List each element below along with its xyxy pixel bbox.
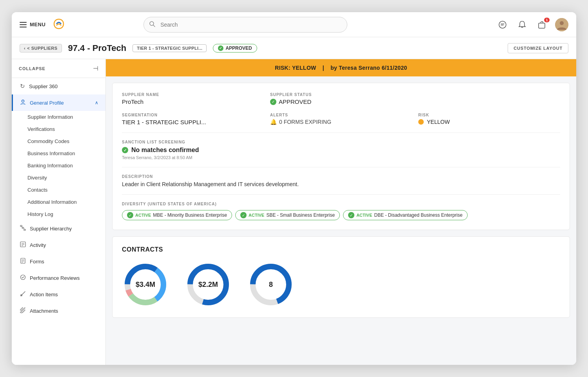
risk-banner: RISK: YELLOW | by Teresa Serrano 6/11/20… — [106, 59, 576, 76]
customize-layout-button[interactable]: CUSTOMIZE LAYOUT — [508, 43, 568, 53]
contracts-chart-3: 8 — [247, 261, 294, 308]
sidebar-item-supplier360[interactable]: ↻ Supplier 360 — [12, 78, 105, 94]
general-profile-sub-items: Supplier Information Verifications Commo… — [12, 111, 105, 220]
segmentation-tag: TIER 1 - STRATEGIC SUPPLI... — [132, 44, 207, 52]
sbe-active-label: ACTIVE — [249, 213, 264, 218]
sidebar-sub-item-business-information[interactable]: Business Information — [12, 147, 105, 160]
forms-icon — [20, 258, 26, 265]
divider-2 — [122, 167, 560, 167]
description-section: DESCRIPTION Leader in Client Relationshi… — [122, 174, 560, 187]
badge-count: 1 — [544, 18, 550, 22]
yellow-dot-icon — [418, 119, 424, 125]
hamburger-icon — [20, 22, 27, 27]
contracts-chart-2: $2.2M — [185, 261, 232, 308]
menu-label: MENU — [30, 22, 45, 27]
contracts-chart-1: $3.4M — [122, 261, 169, 308]
sidebar-item-label: Supplier Hierarchy — [30, 226, 72, 232]
bag-icon-button[interactable]: 1 — [535, 18, 548, 31]
collapse-icon: ⊣ — [93, 65, 98, 72]
sidebar-item-supplier-hierarchy[interactable]: Supplier Hierarchy — [12, 220, 105, 237]
diversity-tag-mbe: ACTIVE MBE - Minority Business Enterpris… — [122, 210, 232, 220]
supplier-name-label: SUPPLIER NAME — [122, 92, 264, 97]
sidebar-item-activity[interactable]: Activity — [12, 237, 105, 253]
sidebar-sub-item-contacts[interactable]: Contacts — [12, 184, 105, 196]
sidebar: COLLAPSE ⊣ ↻ Supplier 360 — [12, 59, 106, 365]
approved-text: APPROVED — [279, 98, 311, 105]
back-arrow-icon: ‹ — [24, 46, 25, 51]
sidebar-sub-item-additional-information[interactable]: Additional Information — [12, 196, 105, 208]
sidebar-item-label: Activity — [30, 242, 46, 248]
status-pill: APPROVED — [213, 44, 257, 53]
sidebar-item-forms[interactable]: Forms — [12, 253, 105, 270]
back-button[interactable]: ‹ < SUPPLIERS — [20, 44, 62, 53]
page-title: 97.4 - ProTech — [68, 43, 127, 53]
svg-rect-4 — [539, 23, 545, 28]
contracts-card: CONTRACTS — [112, 236, 570, 318]
sanction-section: SANCTION LIST SCREENING No matches confi… — [122, 140, 560, 160]
sidebar-item-action-items[interactable]: Action Items — [12, 286, 105, 303]
sanction-check-icon — [122, 147, 128, 153]
alerts-label: ALERTS — [270, 113, 412, 117]
nav-actions: 1 — [496, 18, 568, 31]
activity-icon — [20, 241, 26, 248]
sanction-label: SANCTION LIST SCREENING — [122, 140, 560, 144]
chevron-up-icon: ∧ — [95, 100, 98, 105]
user-avatar[interactable] — [555, 18, 568, 31]
risk-text-value: YELLOW — [427, 119, 450, 125]
dbe-check-icon — [348, 212, 354, 218]
risk-separator: | — [323, 65, 324, 71]
menu-button[interactable]: MENU — [20, 22, 45, 27]
search-input[interactable] — [143, 17, 347, 33]
collapse-button[interactable]: COLLAPSE ⊣ — [12, 59, 105, 78]
sidebar-item-general-profile[interactable]: General Profile ∧ — [12, 94, 105, 111]
sidebar-item-attachments[interactable]: Attachments — [12, 303, 105, 319]
sidebar-sub-item-diversity[interactable]: Diversity — [12, 172, 105, 184]
sidebar-item-performance-reviews[interactable]: Performance Reviews — [12, 270, 105, 286]
diversity-section: DIVERSITY (UNITED STATES OF AMERICA) ACT… — [122, 202, 560, 220]
segmentation-cell: SEGMENTATION TIER 1 - STRATEGIC SUPPLI..… — [122, 113, 264, 125]
performance-icon — [20, 274, 26, 281]
risk-text: RISK: YELLOW — [275, 65, 316, 71]
svg-rect-9 — [22, 227, 24, 228]
alerts-cell: ALERTS 🔔 0 FORMS EXPIRING — [270, 113, 412, 125]
diversity-tag-dbe: ACTIVE DBE - Disadvantaged Business Ente… — [343, 210, 468, 220]
chart-3-value: 8 — [269, 281, 273, 289]
status-label: APPROVED — [225, 45, 252, 51]
alerts-value: 🔔 0 FORMS EXPIRING — [270, 119, 412, 125]
sidebar-sub-item-verifications[interactable]: Verifications — [12, 123, 105, 135]
sidebar-item-label: Supplier 360 — [29, 83, 58, 89]
attachments-icon — [20, 307, 26, 314]
sidebar-sub-item-history-log[interactable]: History Log — [12, 208, 105, 220]
sidebar-sub-item-supplier-information[interactable]: Supplier Information — [12, 111, 105, 123]
supplier-name-value: ProTech — [122, 98, 264, 105]
sidebar-sub-item-banking-information[interactable]: Banking Information — [12, 160, 105, 172]
contracts-title: CONTRACTS — [122, 246, 560, 253]
sanction-value: No matches confirmed — [122, 147, 560, 154]
sidebar-sub-item-commodity-codes[interactable]: Commodity Codes — [12, 135, 105, 147]
risk-by: by Teresa Serrano 6/11/2020 — [330, 65, 407, 71]
sub-header: ‹ < SUPPLIERS 97.4 - ProTech TIER 1 - ST… — [12, 37, 576, 59]
chart-2-value: $2.2M — [198, 281, 218, 289]
risk-cell: RISK YELLOW — [418, 113, 560, 125]
segmentation-value: TIER 1 - STRATEGIC SUPPLI... — [122, 119, 264, 125]
diversity-tags: ACTIVE MBE - Minority Business Enterpris… — [122, 210, 560, 220]
hierarchy-icon — [20, 225, 26, 232]
chat-icon-button[interactable] — [496, 18, 509, 31]
content-area: RISK: YELLOW | by Teresa Serrano 6/11/20… — [106, 59, 576, 365]
supplier-status-cell: SUPPLIER STATUS APPROVED — [270, 92, 412, 105]
svg-point-3 — [499, 21, 506, 28]
donut-chart-1: $3.4M — [122, 261, 169, 308]
collapse-label: COLLAPSE — [19, 66, 45, 71]
notification-icon-button[interactable] — [516, 18, 528, 31]
empty-cell-1 — [418, 92, 560, 105]
supplier-status-label: SUPPLIER STATUS — [270, 92, 412, 97]
supplier-status-value: APPROVED — [270, 98, 412, 105]
risk-value: YELLOW — [418, 119, 560, 125]
top-navigation: MENU — [12, 12, 576, 37]
refresh-icon: ↻ — [20, 83, 25, 90]
approved-check-icon — [270, 99, 276, 105]
donut-chart-2: $2.2M — [185, 261, 232, 308]
mbe-check-icon — [127, 212, 133, 218]
main-layout: COLLAPSE ⊣ ↻ Supplier 360 — [12, 59, 576, 365]
donut-chart-3: 8 — [247, 261, 294, 308]
